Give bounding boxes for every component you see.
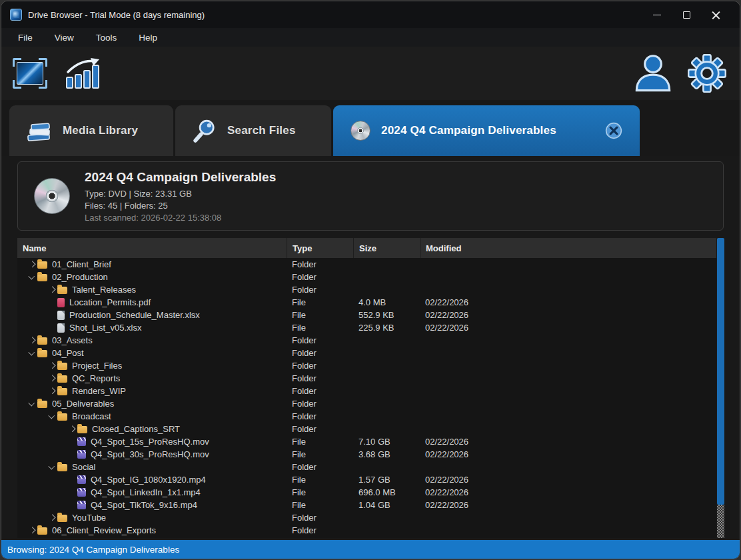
table-row[interactable]: 04_PostFolder bbox=[17, 347, 725, 359]
table-row[interactable]: Talent_ReleasesFolder bbox=[17, 283, 725, 296]
entry-type: File bbox=[287, 500, 353, 510]
chevron-right-icon[interactable] bbox=[27, 526, 37, 535]
column-header-size[interactable]: Size bbox=[353, 238, 420, 258]
table-row[interactable]: Q4_Spot_30s_ProResHQ.movFile3.68 GB02/22… bbox=[17, 448, 725, 461]
table-row[interactable]: 01_Client_BriefFolder bbox=[17, 258, 725, 271]
chevron-placeholder bbox=[67, 450, 77, 459]
cell-name: Location_Permits.pdf bbox=[17, 297, 287, 307]
close-button[interactable] bbox=[701, 5, 730, 25]
doc-icon bbox=[57, 311, 65, 320]
table-row[interactable]: Q4_Spot_TikTok_9x16.mp4File1.04 GB02/22/… bbox=[17, 499, 725, 511]
chevron-right-icon[interactable] bbox=[67, 425, 77, 434]
entry-size: 696.0 MB bbox=[353, 487, 420, 497]
scan-drive-button[interactable] bbox=[13, 58, 47, 89]
table-row[interactable]: 03_AssetsFolder bbox=[17, 334, 725, 347]
entry-type: Folder bbox=[287, 462, 353, 472]
table-header: Name Type Size Modified bbox=[17, 238, 725, 258]
user-account-button[interactable] bbox=[634, 53, 672, 93]
chevron-right-icon[interactable] bbox=[27, 336, 37, 345]
chevron-down-icon[interactable] bbox=[27, 399, 37, 409]
table-row[interactable]: YouTubeFolder bbox=[17, 511, 725, 524]
statusbar: Browsing: 2024 Q4 Campaign Deliverables bbox=[1, 540, 740, 559]
chevron-placeholder bbox=[67, 475, 77, 485]
scrollbar-thumb[interactable] bbox=[717, 238, 724, 505]
magnifier-icon bbox=[193, 119, 217, 143]
table-row[interactable]: Shot_List_v05.xlsxFile225.9 KB02/22/2026 bbox=[17, 321, 725, 334]
video-icon bbox=[77, 475, 86, 484]
tabstrip: Media Library Search Files 2024 Q4 Campa… bbox=[1, 100, 740, 156]
entry-modified: 02/22/2026 bbox=[420, 500, 725, 510]
chevron-right-icon[interactable] bbox=[47, 513, 57, 523]
video-icon bbox=[77, 501, 86, 509]
table-row[interactable]: 02_ProductionFolder bbox=[17, 271, 725, 283]
column-header-type[interactable]: Type bbox=[287, 238, 353, 258]
table-row[interactable]: Project_FilesFolder bbox=[17, 359, 725, 372]
column-header-modified[interactable]: Modified bbox=[420, 238, 725, 258]
maximize-button[interactable] bbox=[672, 5, 701, 25]
books-icon bbox=[27, 120, 52, 141]
cell-name: Q4_Spot_TikTok_9x16.mp4 bbox=[17, 500, 287, 510]
tab-campaign-deliverables[interactable]: 2024 Q4 Campaign Deliverables bbox=[333, 105, 640, 156]
cell-name: Renders_WIP bbox=[17, 386, 287, 396]
table-row[interactable]: 06_Client_Review_ExportsFolder bbox=[17, 524, 725, 537]
tab-search-files[interactable]: Search Files bbox=[175, 105, 331, 156]
disc-title: 2024 Q4 Campaign Deliverables bbox=[85, 170, 276, 185]
chevron-down-icon[interactable] bbox=[47, 463, 57, 472]
chevron-right-icon[interactable] bbox=[47, 361, 57, 371]
titlebar: Drive Browser - Trial Mode (8 days remai… bbox=[1, 1, 740, 28]
table-row[interactable]: QC_ReportsFolder bbox=[17, 372, 725, 385]
chevron-down-icon[interactable] bbox=[47, 412, 57, 421]
toolbar-right-group bbox=[634, 53, 726, 93]
table-row[interactable]: Production_Schedule_Master.xlsxFile552.9… bbox=[17, 309, 725, 321]
table-row[interactable]: BroadcastFolder bbox=[17, 410, 725, 423]
table-row[interactable]: Closed_Captions_SRTFolder bbox=[17, 423, 725, 435]
table-row[interactable]: SocialFolder bbox=[17, 461, 725, 473]
minimize-button[interactable] bbox=[642, 5, 672, 25]
chevron-down-icon[interactable] bbox=[27, 273, 37, 282]
entry-size: 225.9 KB bbox=[353, 323, 420, 333]
table-row[interactable]: 05_DeliverablesFolder bbox=[17, 397, 725, 410]
table-row[interactable]: Q4_Spot_15s_ProResHQ.movFile7.10 GB02/22… bbox=[17, 435, 725, 448]
folder-icon bbox=[57, 287, 67, 294]
chevron-right-icon[interactable] bbox=[47, 285, 57, 295]
entry-type: File bbox=[287, 323, 353, 333]
chevron-placeholder bbox=[47, 298, 57, 307]
entry-name: Location_Permits.pdf bbox=[69, 297, 151, 307]
settings-button[interactable] bbox=[688, 54, 726, 93]
vertical-scrollbar[interactable] bbox=[716, 238, 725, 538]
table-row[interactable]: Location_Permits.pdfFile4.0 MB02/22/2026 bbox=[17, 296, 725, 309]
app-logo-icon bbox=[10, 9, 22, 21]
chevron-down-icon[interactable] bbox=[27, 349, 37, 358]
entry-type: Folder bbox=[287, 386, 353, 396]
menu-view[interactable]: View bbox=[55, 33, 74, 43]
statistics-button[interactable] bbox=[65, 57, 102, 90]
tab-close-button[interactable] bbox=[605, 122, 622, 139]
folder-icon bbox=[57, 363, 67, 370]
entry-name: 02_Production bbox=[52, 272, 108, 282]
chevron-right-icon[interactable] bbox=[47, 387, 57, 396]
table-row[interactable]: Q4_Spot_IG_1080x1920.mp4File1.57 GB02/22… bbox=[17, 473, 725, 486]
chevron-right-icon[interactable] bbox=[47, 374, 57, 383]
menu-file[interactable]: File bbox=[18, 33, 33, 43]
table-row[interactable]: Q4_Spot_LinkedIn_1x1.mp4File696.0 MB02/2… bbox=[17, 486, 725, 499]
cell-name: Closed_Captions_SRT bbox=[17, 424, 287, 434]
scrollbar-track-pattern bbox=[717, 505, 724, 538]
entry-name: 01_Client_Brief bbox=[52, 259, 111, 269]
settings-gear-icon bbox=[688, 54, 726, 93]
chevron-right-icon[interactable] bbox=[27, 260, 37, 269]
entry-name: Social bbox=[72, 462, 95, 472]
entry-name: Q4_Spot_15s_ProResHQ.mov bbox=[91, 437, 209, 447]
entry-name: QC_Reports bbox=[72, 373, 120, 383]
menu-tools[interactable]: Tools bbox=[96, 33, 117, 43]
disc-info-panel: 2024 Q4 Campaign Deliverables Type: DVD … bbox=[17, 161, 724, 231]
cell-name: Q4_Spot_15s_ProResHQ.mov bbox=[17, 437, 287, 447]
column-header-name[interactable]: Name bbox=[17, 238, 287, 258]
table-row[interactable]: Renders_WIPFolder bbox=[17, 385, 725, 397]
menu-help[interactable]: Help bbox=[139, 33, 157, 43]
video-icon bbox=[77, 488, 86, 497]
cell-name: YouTube bbox=[17, 513, 287, 523]
entry-modified: 02/22/2026 bbox=[420, 310, 725, 320]
tab-media-library[interactable]: Media Library bbox=[9, 105, 173, 156]
entry-type: Folder bbox=[287, 525, 353, 535]
entry-type: Folder bbox=[287, 285, 353, 295]
